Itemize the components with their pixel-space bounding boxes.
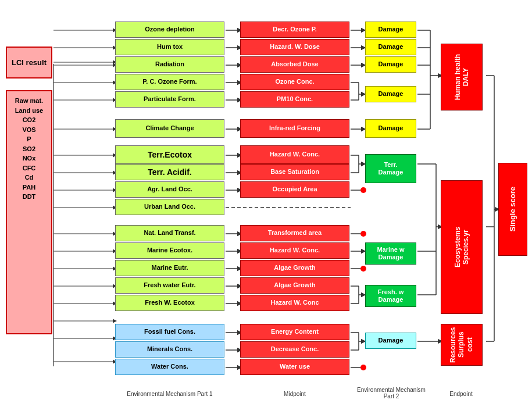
fresh-ecotox-box: Fresh W. Ecotox: [115, 295, 224, 311]
terr-damage-box: Terr.Damage: [365, 154, 416, 183]
damage3-box: Damage: [365, 56, 416, 73]
marine-damage-box: Marine wDamage: [365, 242, 416, 265]
energy-content-box: Energy Content: [240, 324, 349, 340]
dot-occupied: [360, 187, 366, 193]
fossil-fuel-box: Fossil fuel Cons.: [115, 324, 224, 340]
pc-ozone-box: P. C. Ozone Form.: [115, 74, 224, 90]
raw-label: Raw mat.Land useCO2VOSPSO2NOxCFCCdPAHDDT: [15, 96, 43, 202]
pm10-conc-box: PM10 Conc.: [240, 91, 349, 108]
hazard-conc1-box: Hazard W. Conc.: [240, 145, 349, 164]
dot-water: [360, 365, 366, 370]
particulate-box: Particulate Form.: [115, 91, 224, 108]
fresh-eutr-box: Fresh water Eutr.: [115, 277, 224, 294]
resources-box: ResourcesSurplus cost: [441, 324, 483, 366]
endpoint-label: Endpoint: [435, 391, 487, 397]
terr-acidif-box: Terr. Acidif.: [115, 164, 224, 180]
single-score-box: Single score: [498, 163, 527, 256]
algae-grow2-box: Algae Growth: [240, 277, 349, 294]
lci-label: LCI result: [12, 58, 47, 67]
hum-tox-box: Hum tox: [115, 39, 224, 55]
damage1-box: Damage: [365, 22, 416, 38]
decr-ozone-box: Decr. Ozone P.: [240, 22, 349, 38]
occupied-area-box: Occupied Area: [240, 181, 349, 198]
env-mech2-label: Environmental Mechanism Part 2: [354, 387, 429, 399]
ozone-conc-box: Ozone Conc.: [240, 74, 349, 90]
damage-res-box: Damage: [365, 333, 416, 349]
damage5-box: Damage: [365, 119, 416, 138]
hazard-conc2-box: Hazard W. Conc.: [240, 242, 349, 259]
infra-red-box: Infra-red Forcing: [240, 119, 349, 138]
lci-result-box: LCI result: [6, 47, 52, 78]
absorbed-dose-box: Absorbed Dose: [240, 56, 349, 73]
human-health-box: Human healthDALY: [441, 44, 483, 110]
env-mech1-label: Environmental Mechanism Part 1: [115, 391, 224, 397]
dot-algae1: [360, 266, 366, 272]
damage2-box: Damage: [365, 39, 416, 55]
ozone-depletion-box: Ozone depletion: [115, 22, 224, 38]
dot-transformed: [360, 231, 366, 237]
base-sat-box: Base Saturation: [240, 164, 349, 180]
terr-ecotox-box: Terr.Ecotox: [115, 145, 224, 164]
algae-grow1-box: Algae Growth: [240, 260, 349, 276]
hazard-conc3-box: Hazard W. Conc: [240, 295, 349, 311]
diagram: LCI result Raw mat.Land useCO2VOSPSO2NOx…: [0, 0, 532, 414]
hazard-dose-box: Hazard. W. Dose: [240, 39, 349, 55]
marine-eutr-box: Marine Eutr.: [115, 260, 224, 276]
agr-land-box: Agr. Land Occ.: [115, 181, 224, 198]
marine-ecotox-box: Marine Ecotox.: [115, 242, 224, 259]
climate-change-box: Climate Change: [115, 119, 224, 138]
urban-land-box: Urban Land Occ.: [115, 199, 224, 215]
decrease-conc-box: Decrease Conc.: [240, 341, 349, 358]
raw-materials-box: Raw mat.Land useCO2VOSPSO2NOxCFCCdPAHDDT: [6, 90, 52, 334]
midpoint-label: Midpoint: [240, 391, 349, 397]
nat-land-box: Nat. Land Transf.: [115, 225, 224, 241]
ecosystems-box: EcosystemsSpecies.yr: [441, 180, 483, 314]
transformed-box: Transformed area: [240, 225, 349, 241]
damage4-box: Damage: [365, 86, 416, 102]
water-box: Water Cons.: [115, 359, 224, 375]
water-use-box: Water use: [240, 359, 349, 375]
radiation-box: Radiation: [115, 56, 224, 73]
fresh-damage-box: Fresh. wDamage: [365, 285, 416, 307]
minerals-box: Minerals Cons.: [115, 341, 224, 358]
